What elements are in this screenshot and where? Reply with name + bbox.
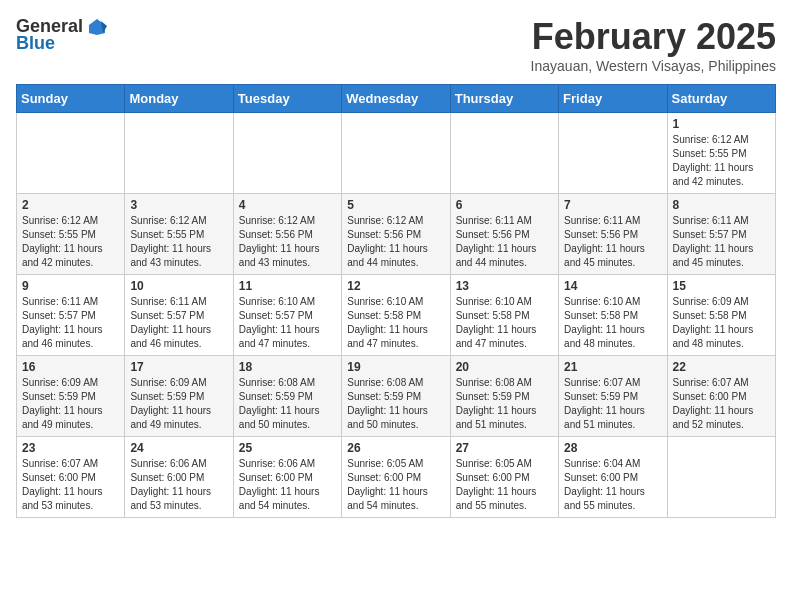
calendar-cell: 1Sunrise: 6:12 AM Sunset: 5:55 PM Daylig… <box>667 113 775 194</box>
day-info: Sunrise: 6:06 AM Sunset: 6:00 PM Dayligh… <box>130 457 227 513</box>
calendar-cell: 2Sunrise: 6:12 AM Sunset: 5:55 PM Daylig… <box>17 194 125 275</box>
calendar-cell <box>342 113 450 194</box>
calendar-cell: 5Sunrise: 6:12 AM Sunset: 5:56 PM Daylig… <box>342 194 450 275</box>
calendar-header-row: SundayMondayTuesdayWednesdayThursdayFrid… <box>17 85 776 113</box>
calendar-cell: 25Sunrise: 6:06 AM Sunset: 6:00 PM Dayli… <box>233 437 341 518</box>
column-header-thursday: Thursday <box>450 85 558 113</box>
day-info: Sunrise: 6:10 AM Sunset: 5:58 PM Dayligh… <box>347 295 444 351</box>
day-info: Sunrise: 6:08 AM Sunset: 5:59 PM Dayligh… <box>347 376 444 432</box>
logo: General Blue <box>16 16 107 54</box>
day-info: Sunrise: 6:11 AM Sunset: 5:57 PM Dayligh… <box>22 295 119 351</box>
calendar-week-row: 9Sunrise: 6:11 AM Sunset: 5:57 PM Daylig… <box>17 275 776 356</box>
day-number: 23 <box>22 441 119 455</box>
day-info: Sunrise: 6:05 AM Sunset: 6:00 PM Dayligh… <box>347 457 444 513</box>
column-header-tuesday: Tuesday <box>233 85 341 113</box>
day-number: 3 <box>130 198 227 212</box>
day-number: 2 <box>22 198 119 212</box>
day-info: Sunrise: 6:08 AM Sunset: 5:59 PM Dayligh… <box>456 376 553 432</box>
calendar-cell: 23Sunrise: 6:07 AM Sunset: 6:00 PM Dayli… <box>17 437 125 518</box>
calendar-cell: 21Sunrise: 6:07 AM Sunset: 5:59 PM Dayli… <box>559 356 667 437</box>
calendar-cell: 11Sunrise: 6:10 AM Sunset: 5:57 PM Dayli… <box>233 275 341 356</box>
calendar-cell: 16Sunrise: 6:09 AM Sunset: 5:59 PM Dayli… <box>17 356 125 437</box>
day-number: 6 <box>456 198 553 212</box>
day-number: 27 <box>456 441 553 455</box>
day-number: 9 <box>22 279 119 293</box>
day-info: Sunrise: 6:08 AM Sunset: 5:59 PM Dayligh… <box>239 376 336 432</box>
calendar-cell: 7Sunrise: 6:11 AM Sunset: 5:56 PM Daylig… <box>559 194 667 275</box>
calendar-cell: 8Sunrise: 6:11 AM Sunset: 5:57 PM Daylig… <box>667 194 775 275</box>
day-info: Sunrise: 6:10 AM Sunset: 5:58 PM Dayligh… <box>456 295 553 351</box>
day-number: 1 <box>673 117 770 131</box>
calendar-cell: 22Sunrise: 6:07 AM Sunset: 6:00 PM Dayli… <box>667 356 775 437</box>
calendar-cell: 3Sunrise: 6:12 AM Sunset: 5:55 PM Daylig… <box>125 194 233 275</box>
calendar-week-row: 1Sunrise: 6:12 AM Sunset: 5:55 PM Daylig… <box>17 113 776 194</box>
day-number: 19 <box>347 360 444 374</box>
day-info: Sunrise: 6:09 AM Sunset: 5:59 PM Dayligh… <box>22 376 119 432</box>
logo-blue-text: Blue <box>16 33 55 54</box>
day-number: 7 <box>564 198 661 212</box>
day-info: Sunrise: 6:12 AM Sunset: 5:55 PM Dayligh… <box>130 214 227 270</box>
day-info: Sunrise: 6:05 AM Sunset: 6:00 PM Dayligh… <box>456 457 553 513</box>
day-number: 28 <box>564 441 661 455</box>
calendar-cell <box>125 113 233 194</box>
column-header-friday: Friday <box>559 85 667 113</box>
title-section: February 2025 Inayauan, Western Visayas,… <box>531 16 776 74</box>
calendar-cell: 14Sunrise: 6:10 AM Sunset: 5:58 PM Dayli… <box>559 275 667 356</box>
day-number: 18 <box>239 360 336 374</box>
day-info: Sunrise: 6:12 AM Sunset: 5:56 PM Dayligh… <box>347 214 444 270</box>
calendar-week-row: 23Sunrise: 6:07 AM Sunset: 6:00 PM Dayli… <box>17 437 776 518</box>
calendar-cell <box>450 113 558 194</box>
calendar-cell <box>233 113 341 194</box>
calendar-table: SundayMondayTuesdayWednesdayThursdayFrid… <box>16 84 776 518</box>
day-info: Sunrise: 6:10 AM Sunset: 5:58 PM Dayligh… <box>564 295 661 351</box>
day-number: 12 <box>347 279 444 293</box>
calendar-cell: 27Sunrise: 6:05 AM Sunset: 6:00 PM Dayli… <box>450 437 558 518</box>
calendar-cell: 28Sunrise: 6:04 AM Sunset: 6:00 PM Dayli… <box>559 437 667 518</box>
calendar-cell: 6Sunrise: 6:11 AM Sunset: 5:56 PM Daylig… <box>450 194 558 275</box>
location-subtitle: Inayauan, Western Visayas, Philippines <box>531 58 776 74</box>
day-number: 21 <box>564 360 661 374</box>
day-info: Sunrise: 6:12 AM Sunset: 5:55 PM Dayligh… <box>22 214 119 270</box>
calendar-cell: 13Sunrise: 6:10 AM Sunset: 5:58 PM Dayli… <box>450 275 558 356</box>
day-info: Sunrise: 6:11 AM Sunset: 5:56 PM Dayligh… <box>564 214 661 270</box>
day-info: Sunrise: 6:07 AM Sunset: 5:59 PM Dayligh… <box>564 376 661 432</box>
day-info: Sunrise: 6:09 AM Sunset: 5:58 PM Dayligh… <box>673 295 770 351</box>
day-info: Sunrise: 6:11 AM Sunset: 5:57 PM Dayligh… <box>673 214 770 270</box>
day-number: 11 <box>239 279 336 293</box>
calendar-cell: 18Sunrise: 6:08 AM Sunset: 5:59 PM Dayli… <box>233 356 341 437</box>
calendar-cell: 26Sunrise: 6:05 AM Sunset: 6:00 PM Dayli… <box>342 437 450 518</box>
day-number: 16 <box>22 360 119 374</box>
calendar-cell: 19Sunrise: 6:08 AM Sunset: 5:59 PM Dayli… <box>342 356 450 437</box>
calendar-cell: 9Sunrise: 6:11 AM Sunset: 5:57 PM Daylig… <box>17 275 125 356</box>
calendar-cell <box>17 113 125 194</box>
month-year-title: February 2025 <box>531 16 776 58</box>
day-number: 22 <box>673 360 770 374</box>
day-info: Sunrise: 6:04 AM Sunset: 6:00 PM Dayligh… <box>564 457 661 513</box>
calendar-cell: 15Sunrise: 6:09 AM Sunset: 5:58 PM Dayli… <box>667 275 775 356</box>
column-header-wednesday: Wednesday <box>342 85 450 113</box>
day-number: 4 <box>239 198 336 212</box>
calendar-cell <box>559 113 667 194</box>
calendar-cell: 4Sunrise: 6:12 AM Sunset: 5:56 PM Daylig… <box>233 194 341 275</box>
day-number: 14 <box>564 279 661 293</box>
calendar-cell: 17Sunrise: 6:09 AM Sunset: 5:59 PM Dayli… <box>125 356 233 437</box>
page-header: General Blue February 2025 Inayauan, Wes… <box>16 16 776 74</box>
calendar-cell <box>667 437 775 518</box>
day-info: Sunrise: 6:07 AM Sunset: 6:00 PM Dayligh… <box>673 376 770 432</box>
day-number: 8 <box>673 198 770 212</box>
column-header-saturday: Saturday <box>667 85 775 113</box>
day-info: Sunrise: 6:12 AM Sunset: 5:56 PM Dayligh… <box>239 214 336 270</box>
day-info: Sunrise: 6:09 AM Sunset: 5:59 PM Dayligh… <box>130 376 227 432</box>
day-number: 13 <box>456 279 553 293</box>
logo-icon <box>87 17 107 37</box>
column-header-monday: Monday <box>125 85 233 113</box>
calendar-cell: 24Sunrise: 6:06 AM Sunset: 6:00 PM Dayli… <box>125 437 233 518</box>
day-info: Sunrise: 6:06 AM Sunset: 6:00 PM Dayligh… <box>239 457 336 513</box>
day-number: 10 <box>130 279 227 293</box>
day-info: Sunrise: 6:11 AM Sunset: 5:57 PM Dayligh… <box>130 295 227 351</box>
calendar-cell: 10Sunrise: 6:11 AM Sunset: 5:57 PM Dayli… <box>125 275 233 356</box>
day-info: Sunrise: 6:12 AM Sunset: 5:55 PM Dayligh… <box>673 133 770 189</box>
day-number: 17 <box>130 360 227 374</box>
day-info: Sunrise: 6:11 AM Sunset: 5:56 PM Dayligh… <box>456 214 553 270</box>
day-number: 15 <box>673 279 770 293</box>
